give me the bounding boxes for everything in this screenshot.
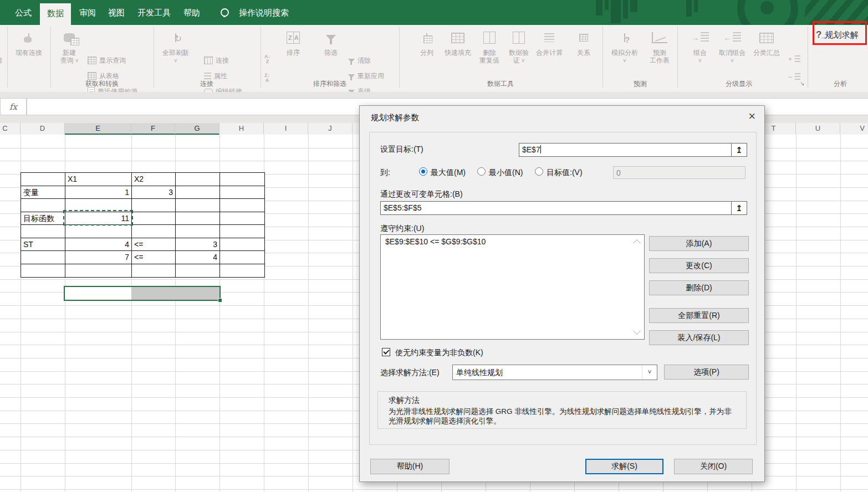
close-icon[interactable]: × [748,109,755,124]
column-header-e[interactable]: E [65,123,131,135]
what-if-analysis-button[interactable]: ? 模拟分析 ˅ [606,27,643,65]
cell-d11[interactable] [21,264,65,278]
consolidate-button[interactable]: 合并计算 [533,27,566,57]
insert-function-button[interactable]: fx [0,98,27,115]
tab-data[interactable]: 数据 [40,3,71,25]
sort-descending-button[interactable]: Z↓A [264,71,270,85]
delete-button[interactable]: 删除(D) [649,280,749,295]
data-validation-button[interactable]: 数据验 证 ˅ [504,27,534,65]
collapse-dialog-icon[interactable]: ↥ [731,201,747,215]
flash-fill-button[interactable]: 快速填充 [441,27,474,57]
sort-ascending-button[interactable]: A↓Z [264,53,270,66]
cell-f7[interactable] [132,212,176,226]
cell-h11[interactable] [220,264,264,278]
existing-connections-button[interactable]: 现有连接 [8,27,50,57]
new-query-button[interactable]: 新建 查询 ˅ [52,27,86,65]
tab-formulas[interactable]: 公式 [9,0,38,25]
objective-input[interactable]: $E$7 [519,143,732,157]
load-save-button[interactable]: 装入/保存(L) [649,330,749,345]
cell-e9[interactable]: 4 [65,238,132,252]
cell-h9[interactable] [220,238,264,252]
subtotal-button[interactable]: 分类汇总 [749,27,784,57]
cell-h5[interactable] [220,186,264,199]
column-header-h[interactable]: H [219,123,264,134]
cell-d5[interactable]: 变量 [21,186,65,199]
cell-h6[interactable] [220,199,264,212]
ungroup-button[interactable]: ← 取消组合 ˅ [715,27,749,65]
column-header-v[interactable]: V [840,123,868,134]
cell-g8[interactable] [176,225,220,238]
constraints-listbox[interactable]: $E$9:$E$10 <= $G$9:$G$10 [380,234,645,340]
value-of-input[interactable]: 0 [613,166,746,179]
filter-button[interactable]: 筛选 [316,27,345,57]
group-button[interactable]: → 组合 ˅ [685,27,715,65]
cell-f5[interactable]: 3 [132,186,176,199]
relationships-button[interactable]: 关系 [571,27,596,57]
max-radio-label[interactable]: 最大值(M) [431,168,466,178]
tab-developer[interactable]: 开发工具 [132,0,176,25]
cell-d6[interactable] [21,199,65,212]
cell-g10[interactable]: 4 [176,251,220,264]
remove-duplicates-button[interactable]: 删除 重复值 [475,27,504,64]
max-radio[interactable] [419,167,427,176]
add-button[interactable]: 添加(A) [649,236,749,251]
cell-d9[interactable]: ST [21,238,65,252]
hide-detail-button[interactable]: − [788,70,800,84]
refresh-all-button[interactable]: ↻ 全部刷新 ˅ [157,27,194,65]
min-radio-label[interactable]: 最小值(N) [489,168,523,178]
cell-e10[interactable]: 7 [65,251,132,264]
cell-e8[interactable] [65,225,132,238]
nonnegative-checkbox-label[interactable]: 使无约束变量为非负数(K) [395,348,483,358]
cell-f11[interactable] [132,264,176,278]
changing-cells-input[interactable]: $E$5:$F$5 [380,201,732,215]
forecast-sheet-button[interactable]: 预测 工作表 [644,27,675,64]
cell-f9[interactable]: <= [132,238,176,252]
chevron-down-icon[interactable]: ˅ [642,365,657,380]
cell-f8[interactable] [132,225,176,238]
cell-d7[interactable]: 目标函数 [21,212,65,226]
value-of-radio[interactable] [535,167,543,176]
options-button[interactable]: 选项(P) [664,365,749,380]
cell-g4[interactable] [176,173,220,186]
text-to-columns-button[interactable]: 分列 [412,27,441,57]
scroll-down-icon[interactable] [633,327,641,335]
collapse-dialog-icon[interactable]: ↥ [731,143,747,157]
clear-filter-item[interactable]: 清除 [348,54,371,67]
solve-button[interactable]: 求解(S) [585,459,663,474]
reset-all-button[interactable]: 全部重置(R) [649,308,749,323]
cell-e5[interactable]: 1 [65,186,132,199]
constraint-item[interactable]: $E$9:$E$10 <= $G$9:$G$10 [381,235,644,248]
cell-f4[interactable]: X2 [132,173,176,186]
cell-f6[interactable] [132,199,176,212]
cell-h7[interactable] [220,212,264,226]
cell-g6[interactable] [176,199,220,212]
cell-h10[interactable] [220,251,264,264]
cell-h8[interactable] [220,225,264,238]
tell-me-search[interactable]: 操作说明搜索 [232,0,296,25]
column-header-u[interactable]: U [796,123,840,134]
tab-review[interactable]: 审阅 [73,0,102,25]
connections-item[interactable]: 连接 [204,54,229,67]
dialog-launcher-icon[interactable]: ↘ [800,80,804,86]
cell-d10[interactable] [21,251,65,264]
show-queries-item[interactable]: 显示查询 [88,54,126,67]
cell-g7[interactable] [176,212,220,226]
cell-d8[interactable] [21,225,65,238]
cell-e11[interactable] [65,264,132,278]
cutoff-ribbon-item[interactable]: 源 [0,54,2,67]
cell-g9[interactable]: 3 [176,238,220,252]
column-header-c[interactable]: C [0,123,21,134]
sort-button[interactable]: ZA 排序 [280,27,307,57]
dialog-close-button[interactable]: 关闭(O) [674,459,753,474]
cell-f10[interactable]: <= [132,251,176,264]
cell-g5[interactable] [176,186,220,199]
column-header-g[interactable]: G [175,123,219,135]
cell-g11[interactable] [176,264,220,278]
nonnegative-checkbox[interactable] [382,348,390,356]
value-of-radio-label[interactable]: 目标值:(V) [547,168,583,178]
help-button[interactable]: 帮助(H) [370,459,450,474]
cell-e4[interactable]: X1 [65,173,132,186]
column-header-j[interactable]: J [308,123,353,134]
column-header-d[interactable]: D [21,123,65,134]
cell-d4[interactable] [21,173,65,186]
